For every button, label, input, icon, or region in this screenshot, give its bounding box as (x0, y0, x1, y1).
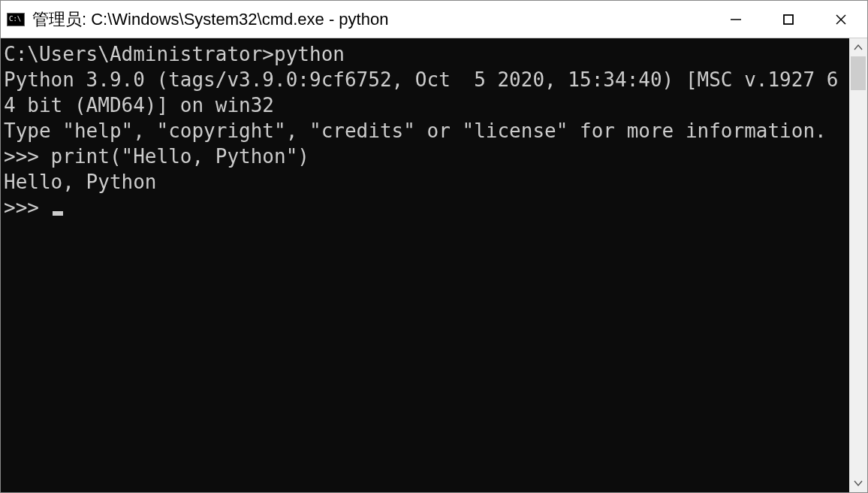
terminal-line-output: Hello, Python (4, 169, 846, 195)
svg-rect-1 (784, 15, 793, 24)
minimize-icon (729, 13, 743, 26)
window-title: 管理员: C:\Windows\System32\cmd.exe - pytho… (32, 8, 710, 31)
cursor-icon (53, 211, 63, 216)
terminal-line-input: >>> print("Hello, Python") (4, 144, 846, 169)
terminal-line-version: Python 3.9.0 (tags/v3.9.0:9cf6752, Oct 5… (4, 67, 846, 118)
close-button[interactable] (815, 1, 867, 38)
chevron-up-icon (854, 44, 863, 51)
terminal-line-prompt-cmd: C:\Users\Administrator>python (4, 41, 846, 67)
terminal[interactable]: C:\Users\Administrator>pythonPython 3.9.… (1, 38, 849, 492)
chevron-down-icon (854, 479, 863, 487)
window-frame: 管理员: C:\Windows\System32\cmd.exe - pytho… (0, 0, 868, 493)
titlebar[interactable]: 管理员: C:\Windows\System32\cmd.exe - pytho… (1, 1, 867, 38)
terminal-prompt: >>> (4, 196, 51, 219)
content-area: C:\Users\Administrator>pythonPython 3.9.… (1, 38, 867, 492)
window-controls (710, 1, 867, 38)
scroll-track[interactable] (849, 56, 867, 474)
terminal-line-help: Type "help", "copyright", "credits" or "… (4, 118, 846, 144)
scroll-thumb[interactable] (851, 56, 866, 90)
scroll-up-button[interactable] (849, 38, 867, 56)
maximize-button[interactable] (762, 1, 815, 38)
app-icon (7, 11, 25, 28)
scrollbar[interactable] (849, 38, 867, 492)
minimize-button[interactable] (710, 1, 762, 38)
close-icon (834, 13, 848, 26)
maximize-icon (782, 13, 795, 26)
scroll-down-button[interactable] (849, 474, 867, 492)
